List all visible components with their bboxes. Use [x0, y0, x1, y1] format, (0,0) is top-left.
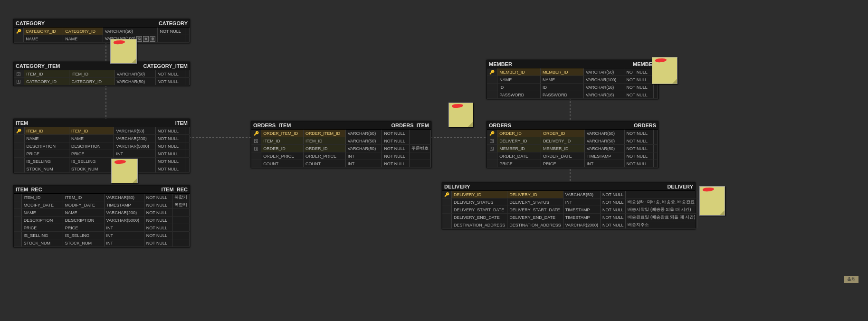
column-row[interactable]: 🔑ITEM_IDITEM_IDVARCHAR(50)NOT NULL	[14, 127, 190, 135]
entity-category[interactable]: CATEGORY CATEGORY 🔑CATEGORY_IDCATEGORY_I…	[13, 19, 190, 43]
column-row[interactable]: 🔑DELIVERY_IDDELIVERY_IDVARCHAR(50)NOT NU…	[442, 191, 697, 198]
entity-columns: 🔑ITEM_IDITEM_IDVARCHAR(50)NOT NULLNAMENA…	[14, 127, 190, 173]
column-row[interactable]: PASSWORDPASSWORDVARCHAR(16)NOT NULL	[487, 91, 658, 99]
key-icon-cell	[487, 76, 497, 84]
column-row[interactable]: ⚿CATEGORY_IDCATEGORY_IDVARCHAR(50)NOT NU…	[14, 78, 190, 85]
column-row[interactable]: DESCRIPTIONDESCRIPTIONVARCHAR(5000)NOT N…	[14, 142, 190, 150]
column-row[interactable]: COUNTCOUNTINTNOT NULL	[251, 160, 431, 168]
column-logical-name: ITEM_ID	[63, 194, 104, 201]
column-row[interactable]: PRICEPRICEINTNOT NULL	[14, 224, 190, 232]
column-row[interactable]: PRICEPRICEINTNOT NULL	[14, 150, 190, 158]
column-nullable: NOT NULL	[144, 201, 172, 209]
delete-icon[interactable]: 🗑	[150, 36, 155, 42]
column-row[interactable]: 🔑CATEGORY_IDCATEGORY_IDVARCHAR(50)NOT NU…	[14, 28, 190, 35]
sticky-note[interactable]	[111, 159, 138, 183]
sticky-note[interactable]	[110, 39, 137, 64]
column-row[interactable]: NAMENAMEVARCHAR(200)NOT NULL	[14, 209, 190, 217]
column-row[interactable]: NAMENAMEVARCHAR(100) ⧉⊕🗑	[14, 35, 190, 43]
entity-title-right: DELIVERY	[667, 184, 693, 189]
column-row[interactable]: DESTINATION_ADDRESSDESTINATION_ADDRESSVA…	[442, 221, 697, 229]
foreign-key-icon: ⚿	[17, 79, 21, 84]
column-nullable	[158, 35, 185, 43]
entity-orders[interactable]: ORDERS ORDERS 🔑ORDER_IDORDER_IDVARCHAR(5…	[486, 121, 658, 168]
column-row[interactable]: 🔑MEMBER_IDMEMBER_IDVARCHAR(50)NOT NULL	[487, 68, 658, 76]
key-icon-cell	[442, 221, 452, 229]
entity-delivery[interactable]: DELIVERY DELIVERY 🔑DELIVERY_IDDELIVERY_I…	[442, 182, 696, 229]
entity-header[interactable]: DELIVERY DELIVERY	[442, 183, 695, 191]
entity-item[interactable]: ITEM ITEM 🔑ITEM_IDITEM_IDVARCHAR(50)NOT …	[13, 119, 190, 173]
entity-header[interactable]: ITEM_REC ITEM_REC	[14, 186, 190, 194]
column-name: ITEM_ID	[261, 137, 304, 145]
column-name: IS_SELLING	[21, 232, 63, 239]
column-nullable: NOT NULL	[382, 130, 410, 137]
column-logical-name: CATEGORY_ID	[69, 78, 114, 85]
column-row[interactable]: PRICEPRICEINTNOT NULL	[487, 160, 658, 168]
column-type: TIMESTAMP	[563, 214, 600, 221]
column-row[interactable]: IS_SELLINGIS_SELLINGINTNOT NULL	[14, 232, 190, 239]
column-row[interactable]: ⚿ITEM_IDITEM_IDVARCHAR(50)NOT NULL	[14, 70, 190, 78]
column-comment	[410, 152, 431, 160]
entity-header[interactable]: CATEGORY_ITEM CATEGORY_ITEM	[14, 62, 190, 70]
column-comment	[172, 224, 190, 232]
entity-header[interactable]: CATEGORY CATEGORY	[14, 19, 190, 28]
column-nullable: NOT NULL	[144, 209, 172, 217]
column-type: INT	[563, 198, 600, 206]
key-icon-cell	[14, 217, 21, 224]
entity-columns: ITEM_IDITEM_IDVARCHAR(50)NOT NULL복합키MODI…	[14, 194, 190, 247]
column-comment	[172, 217, 190, 224]
entity-header[interactable]: ITEM ITEM	[14, 119, 190, 127]
key-icon-cell: 🔑	[487, 68, 497, 76]
column-row[interactable]: DELIVERY_END_DATEDELIVERY_END_DATETIMEST…	[442, 214, 697, 221]
copy-icon[interactable]: ⧉	[136, 36, 142, 42]
column-name: PRICE	[497, 160, 541, 168]
column-logical-name: IS_SELLING	[69, 158, 114, 165]
entity-item-rec[interactable]: ITEM_REC ITEM_REC ITEM_IDITEM_IDVARCHAR(…	[13, 185, 190, 247]
inline-tool-icons[interactable]: ⧉⊕🗑	[136, 36, 155, 42]
column-name: PRICE	[21, 224, 63, 232]
column-row[interactable]: ORDER_PRICEORDER_PRICEINTNOT NULL	[251, 152, 431, 160]
column-row[interactable]: NAMENAMEVARCHAR(100)NOT NULL	[487, 76, 658, 84]
sticky-note[interactable]	[699, 186, 725, 216]
entity-category-item[interactable]: CATEGORY_ITEM CATEGORY_ITEM ⚿ITEM_IDITEM…	[13, 62, 190, 86]
column-row[interactable]: DELIVERY_STATUSDELIVERY_STATUSINTNOT NUL…	[442, 198, 697, 206]
footer-badge[interactable]: 출처	[844, 276, 858, 283]
column-row[interactable]: DESCRIPTIONDESCRIPTIONVARCHAR(5000)NOT N…	[14, 217, 190, 224]
column-row[interactable]: ⚿MEMBER_IDMEMBER_IDVARCHAR(50)NOT NULL	[487, 145, 658, 152]
column-comment: 주문번호	[410, 145, 431, 152]
column-row[interactable]: IS_SELLINGIS_SELLINGINTNOT NULL	[14, 158, 190, 165]
column-nullable: NOT NULL	[155, 127, 185, 135]
column-row[interactable]: 🔑ORDER_IDORDER_IDVARCHAR(50)NOT NULL	[487, 130, 658, 137]
entity-title-right: ORDERS_ITEM	[391, 123, 429, 128]
column-nullable: NOT NULL	[624, 137, 653, 145]
entity-orders-item[interactable]: ORDERS_ITEM ORDERS_ITEM 🔑ORDER_ITEM_IDOR…	[251, 121, 431, 168]
column-logical-name: DESCRIPTION	[63, 217, 104, 224]
column-row[interactable]: ORDER_DATEORDER_DATETIMESTAMPNOT NULL	[487, 152, 658, 160]
column-type: INT	[104, 232, 144, 239]
column-row[interactable]: ITEM_IDITEM_IDVARCHAR(50)NOT NULL복합키	[14, 194, 190, 201]
column-row[interactable]: ⚿ITEM_IDITEM_IDVARCHAR(50)NOT NULL	[251, 137, 431, 145]
globe-icon[interactable]: ⊕	[143, 36, 149, 42]
entity-title-left: DELIVERY	[444, 184, 470, 189]
column-row[interactable]: ⚿DELIVERY_IDDELIVERY_IDVARCHAR(50)NOT NU…	[487, 137, 658, 145]
entity-member[interactable]: MEMBER MEMBER 🔑MEMBER_IDMEMBER_IDVARCHAR…	[486, 60, 658, 99]
sticky-note[interactable]	[652, 57, 677, 84]
column-row[interactable]: ⚿ORDER_IDORDER_IDVARCHAR(50)NOT NULL주문번호	[251, 145, 431, 152]
entity-title-right: CATEGORY_ITEM	[143, 63, 188, 69]
column-row[interactable]: 🔑ORDER_ITEM_IDORDER_ITEM_IDVARCHAR(50)NO…	[251, 130, 431, 137]
column-row[interactable]: STOCK_NUMSTOCK_NUMINTNOT NULL	[14, 239, 190, 247]
erd-canvas[interactable]: CATEGORY CATEGORY 🔑CATEGORY_IDCATEGORY_I…	[0, 0, 868, 321]
entity-header[interactable]: ORDERS ORDERS	[487, 122, 658, 130]
column-row[interactable]: DELIVERY_START_DATEDELIVERY_START_DATETI…	[442, 206, 697, 214]
column-row[interactable]: NAMENAMEVARCHAR(200)NOT NULL	[14, 135, 190, 142]
column-row[interactable]: STOCK_NUMSTOCK_NUMINTNOT NULL	[14, 165, 190, 173]
entity-header[interactable]: MEMBER MEMBER	[487, 60, 658, 68]
sticky-note[interactable]	[448, 103, 473, 127]
column-nullable: NOT NULL	[601, 206, 626, 214]
column-nullable: NOT NULL	[601, 198, 626, 206]
column-type: VARCHAR(50)	[114, 78, 155, 85]
column-row[interactable]: MODIFY_DATEMODIFY_DATETIMESTAMPNOT NULL복…	[14, 201, 190, 209]
entity-header[interactable]: ORDERS_ITEM ORDERS_ITEM	[251, 122, 431, 130]
column-row[interactable]: IDIDVARCHAR(16)NOT NULL	[487, 84, 658, 91]
entity-title-left: ORDERS_ITEM	[253, 123, 291, 128]
column-nullable: NOT NULL	[624, 84, 654, 91]
